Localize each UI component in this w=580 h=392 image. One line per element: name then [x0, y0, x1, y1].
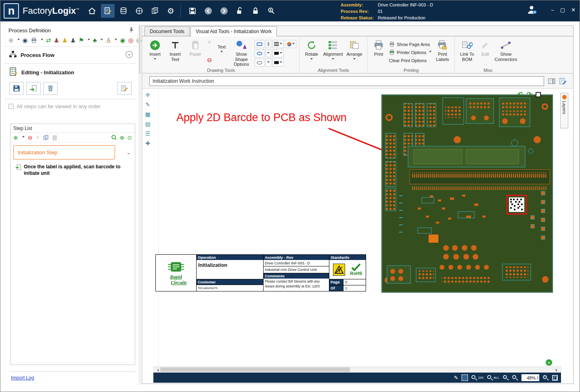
shape-ellipse-button[interactable]	[255, 49, 264, 57]
production-icon[interactable]	[132, 4, 146, 18]
milestone-icon[interactable]: ♟	[62, 37, 67, 43]
step-name[interactable]: Initialization Step	[13, 145, 115, 159]
zoom-fit-button[interactable]	[552, 375, 558, 381]
scroll-left-icon[interactable]	[155, 369, 159, 372]
line-style-menu[interactable]	[272, 40, 284, 48]
copy-step-icon[interactable]	[43, 135, 49, 140]
delete-shape-icon[interactable]: ✕	[207, 40, 212, 45]
zoom-level-spinner[interactable]: 48%	[521, 374, 539, 381]
add-step-icon[interactable]: ⊕	[13, 135, 18, 140]
chevron-down-icon[interactable]: ⌄	[126, 149, 131, 155]
process-definition-icon[interactable]	[101, 4, 115, 18]
printer-options-button[interactable]: Printer Options	[387, 48, 433, 57]
remove-shape-icon[interactable]: ⊖	[207, 57, 212, 63]
scroll-right-icon[interactable]	[556, 369, 559, 372]
tree-caret-icon[interactable]	[101, 39, 103, 42]
forward-icon[interactable]	[217, 4, 231, 18]
grid-tool-icon[interactable]: ▦	[145, 111, 150, 117]
zoom-in-button[interactable]: +	[543, 375, 549, 381]
show-connectors-button[interactable]: Show Connectors	[493, 38, 518, 62]
pan-tool-icon[interactable]: ✛	[145, 92, 150, 98]
print-button[interactable]: Print	[370, 38, 387, 57]
list-tool-icon[interactable]: ☰	[145, 131, 151, 136]
paste-button[interactable]: Paste	[185, 38, 205, 57]
arrange-button[interactable]: Arrange	[344, 38, 364, 61]
region-zoom-icon[interactable]	[462, 375, 468, 381]
save-step-button[interactable]	[9, 82, 24, 95]
layers-tool-icon[interactable]: ▤	[145, 121, 150, 127]
work-instruction-label[interactable]: Rapid Circuits Operation Initialization …	[155, 254, 366, 291]
pan-brush-icon[interactable]: ✎	[454, 375, 459, 381]
user-gray-icon[interactable]: ♟	[70, 37, 75, 43]
user-red-icon[interactable]: ♟	[54, 37, 59, 43]
materials-icon[interactable]	[117, 4, 130, 18]
shape-gallery-spinner[interactable]	[266, 40, 271, 48]
show-shape-options-button[interactable]: Show Shape Options	[230, 38, 253, 67]
print-caret-icon[interactable]	[41, 39, 43, 42]
insert-text-button[interactable]: Insert Text	[165, 38, 185, 62]
import-button[interactable]	[26, 82, 41, 95]
record-red-icon[interactable]: ◎	[128, 37, 133, 43]
insert-button[interactable]: Insert	[145, 38, 165, 61]
delete-button[interactable]	[43, 82, 58, 95]
horizontal-scrollbar[interactable]	[153, 367, 561, 373]
document-title-input[interactable]	[149, 76, 544, 86]
outline-color-swatch[interactable]	[272, 49, 284, 57]
add-step-caret-icon[interactable]	[22, 136, 25, 139]
maximize-button[interactable]: ▢	[560, 7, 565, 13]
shape-oval-button[interactable]	[255, 59, 264, 67]
fill-color-swatch[interactable]	[272, 59, 284, 67]
settings-gear-icon[interactable]: ⚙	[164, 4, 178, 18]
dash-style-menu[interactable]	[266, 59, 271, 67]
pin-icon[interactable]	[128, 27, 134, 34]
print-icon[interactable]	[31, 38, 37, 43]
zoom-100-button[interactable]: 100	[471, 375, 483, 381]
pawn-brown-icon[interactable]: ♙	[106, 37, 111, 43]
navigate-icon[interactable]: ◉	[23, 37, 28, 43]
refresh-icon[interactable]: ⇄	[46, 37, 51, 43]
import-log-link[interactable]: Import Log	[11, 375, 34, 381]
pawn-caret-icon[interactable]	[115, 39, 117, 42]
expand-steps-icon[interactable]: ⊕	[120, 134, 125, 140]
scrollbar-thumb[interactable]	[160, 367, 350, 372]
layers-flyout-tab[interactable]: Layers	[560, 93, 568, 128]
inspect-step-icon[interactable]	[111, 134, 117, 140]
pcb-image[interactable]	[381, 94, 553, 293]
undo-icon[interactable]: ↶	[517, 91, 523, 98]
annotation-text[interactable]: Apply 2D Barcde to PCB as Shown	[176, 111, 347, 124]
design-canvas[interactable]: ✛ ✎ ▦ ▤ ☰ ✚ Apply 2D Barcde to PCB as Sh…	[142, 89, 573, 367]
paste-step-icon[interactable]	[52, 135, 57, 140]
rotate-button[interactable]: Rotate	[302, 38, 322, 61]
unlock-icon[interactable]	[233, 4, 247, 18]
text-dropdown-button[interactable]: Text	[214, 38, 230, 54]
print-labels-button[interactable]: Print Labels	[433, 38, 452, 62]
documents-icon[interactable]	[148, 4, 162, 18]
flag-caret-icon[interactable]	[88, 39, 90, 42]
zoom-all-button[interactable]: ALL	[487, 375, 499, 381]
tree-icon[interactable]: ♣	[93, 37, 97, 43]
link-to-bom-button[interactable]: Link To BOM	[457, 38, 477, 62]
move-tool-icon[interactable]: ✚	[145, 140, 150, 146]
user-account-icon[interactable]	[526, 4, 538, 16]
outline-weight-menu[interactable]	[266, 49, 271, 57]
remove-step-icon[interactable]: ⊖	[28, 135, 33, 140]
lock-icon[interactable]	[249, 4, 262, 18]
cut-step-icon[interactable]: ✕	[36, 135, 40, 140]
web-icon[interactable]: ◉	[120, 37, 125, 43]
audit-search-icon[interactable]	[264, 4, 278, 18]
alignment-button[interactable]: Alignment	[322, 38, 344, 61]
back-icon[interactable]	[201, 4, 215, 18]
flag-icon[interactable]: ⚑	[79, 37, 84, 43]
redo-icon[interactable]: ↷	[526, 91, 532, 98]
show-page-area-button[interactable]: Show Page Area	[387, 40, 433, 48]
annotate-tool-icon[interactable]: ✎	[145, 102, 150, 107]
effect-menu[interactable]	[285, 40, 296, 48]
zoom-out-button[interactable]: –	[503, 375, 509, 381]
tab-visual-aid-tools[interactable]: Visual Aid Tools - Initialization Work	[191, 26, 277, 36]
tab-document-tools[interactable]: Document Tools	[144, 26, 190, 36]
clear-print-options-button[interactable]: Clear Print Options	[387, 57, 433, 65]
any-order-checkbox[interactable]	[8, 104, 14, 109]
edit-description-button[interactable]	[117, 82, 132, 95]
add-dropdown-icon[interactable]: ⊕	[8, 37, 14, 43]
panel-scrollbar[interactable]	[138, 25, 141, 385]
